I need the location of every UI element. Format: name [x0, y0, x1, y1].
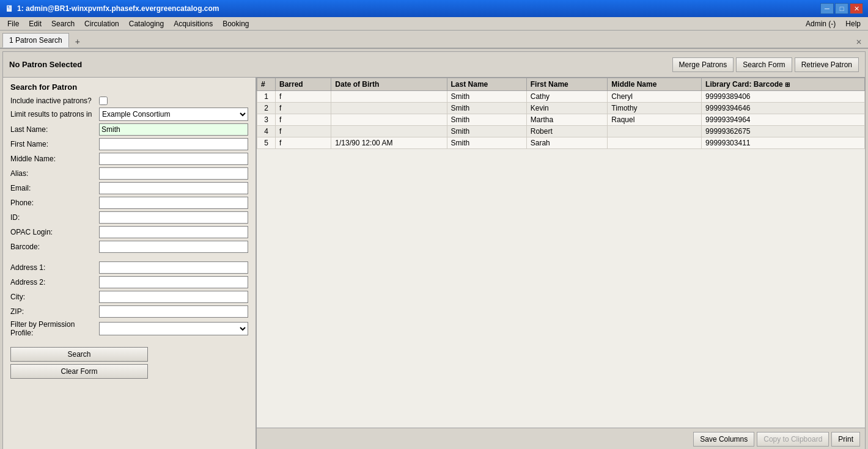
limit-results-dropdown[interactable]: Example Consortium [99, 108, 248, 121]
tab-bar: 1 Patron Search + ✕ [0, 31, 868, 49]
print-button[interactable]: Print [831, 432, 860, 447]
middle-name-input[interactable] [99, 153, 248, 165]
col-barcode-header[interactable]: Library Card: Barcode ⊞ [702, 78, 865, 91]
search-form-button[interactable]: Search Form [736, 57, 792, 72]
cell-firstname: Sarah [526, 137, 608, 149]
clear-form-button[interactable]: Clear Form [10, 364, 148, 379]
copy-clipboard-button[interactable]: Copy to Clipboard [757, 432, 829, 447]
address1-row: Address 1: [10, 261, 248, 274]
cell-barred: f [276, 103, 331, 114]
col-num-header[interactable]: # [257, 78, 276, 91]
cell-dob [331, 103, 447, 114]
menu-cataloging[interactable]: Cataloging [124, 18, 169, 29]
close-button[interactable]: ✕ [850, 3, 863, 14]
alias-input[interactable] [99, 167, 248, 180]
cell-barred: f [276, 91, 331, 103]
menu-search[interactable]: Search [46, 18, 79, 29]
phone-row: Phone: [10, 197, 248, 209]
middle-name-row: Middle Name: [10, 153, 248, 165]
cell-barred: f [276, 137, 331, 149]
table-row[interactable]: 4 f Smith Robert 99999362675 [257, 126, 865, 137]
cell-num: 5 [257, 137, 276, 149]
new-tab-button[interactable]: + [70, 35, 85, 48]
col-lastname-header[interactable]: Last Name [447, 78, 526, 91]
menu-file[interactable]: File [2, 18, 24, 29]
zip-row: ZIP: [10, 305, 248, 318]
close-all-button[interactable]: ✕ [852, 37, 866, 48]
phone-input[interactable] [99, 197, 248, 209]
email-input[interactable] [99, 182, 248, 194]
results-tbody: 1 f Smith Cathy Cheryl 99999389406 2 f S… [257, 91, 865, 149]
city-input[interactable] [99, 291, 248, 303]
id-input[interactable] [99, 211, 248, 224]
permission-profile-row: Filter by Permission Profile: [10, 320, 248, 337]
retrieve-patron-button[interactable]: Retrieve Patron [795, 57, 859, 72]
table-header-row: # Barred Date of Birth Last Name First N… [257, 78, 865, 91]
table-row[interactable]: 1 f Smith Cathy Cheryl 99999389406 [257, 91, 865, 103]
cell-num: 3 [257, 114, 276, 126]
cell-lastname: Smith [447, 126, 526, 137]
body-area: Search for Patron Include inactive patro… [3, 78, 865, 449]
table-row[interactable]: 5 f 1/13/90 12:00 AM Smith Sarah 9999930… [257, 137, 865, 149]
cell-dob [331, 91, 447, 103]
include-inactive-checkbox[interactable] [99, 97, 108, 105]
zip-label: ZIP: [10, 307, 99, 316]
top-bar-buttons: Merge Patrons Search Form Retrieve Patro… [672, 57, 859, 72]
alias-label: Alias: [10, 169, 99, 178]
last-name-input[interactable] [99, 123, 248, 136]
cell-firstname: Cathy [526, 91, 608, 103]
zip-input[interactable] [99, 305, 248, 318]
tab-patron-search[interactable]: 1 Patron Search [2, 33, 69, 48]
city-label: City: [10, 293, 99, 301]
barcode-label: Barcode: [10, 243, 99, 251]
address2-input[interactable] [99, 276, 248, 288]
cell-barcode: 99999389406 [702, 91, 865, 103]
opac-login-row: OPAC Login: [10, 226, 248, 238]
save-columns-button[interactable]: Save Columns [693, 432, 754, 447]
col-resize-icon: ⊞ [785, 81, 790, 88]
search-panel: Search for Patron Include inactive patro… [3, 78, 257, 449]
cell-lastname: Smith [447, 91, 526, 103]
minimize-button[interactable]: ─ [820, 3, 834, 14]
table-row[interactable]: 3 f Smith Martha Raquel 99999394964 [257, 114, 865, 126]
cell-firstname: Kevin [526, 103, 608, 114]
address2-row: Address 2: [10, 276, 248, 288]
cell-middlename [608, 126, 702, 137]
middle-name-label: Middle Name: [10, 155, 99, 163]
barcode-input[interactable] [99, 241, 248, 253]
col-barred-header[interactable]: Barred [276, 78, 331, 91]
menu-help[interactable]: Help [840, 18, 866, 29]
opac-login-input[interactable] [99, 226, 248, 238]
alias-row: Alias: [10, 167, 248, 180]
cell-barcode: 99999362675 [702, 126, 865, 137]
menu-circulation[interactable]: Circulation [79, 18, 124, 29]
table-row[interactable]: 2 f Smith Kevin Timothy 99999394646 [257, 103, 865, 114]
col-firstname-header[interactable]: First Name [526, 78, 608, 91]
merge-patrons-button[interactable]: Merge Patrons [672, 57, 734, 72]
title-bar-controls: ─ □ ✕ [820, 3, 863, 14]
last-name-row: Last Name: [10, 123, 248, 136]
results-table-container[interactable]: # Barred Date of Birth Last Name First N… [257, 78, 865, 428]
address2-label: Address 2: [10, 278, 99, 287]
cell-dob: 1/13/90 12:00 AM [331, 137, 447, 149]
limit-results-label: Limit results to patrons in [10, 110, 99, 119]
phone-label: Phone: [10, 199, 99, 207]
menu-admin[interactable]: Admin (-) [801, 18, 840, 29]
search-button[interactable]: Search [10, 347, 148, 362]
first-name-input[interactable] [99, 138, 248, 150]
menu-edit[interactable]: Edit [24, 18, 46, 29]
col-middlename-header[interactable]: Middle Name [608, 78, 702, 91]
col-dob-header[interactable]: Date of Birth [331, 78, 447, 91]
title-bar-left: 🖥 1: admin@BR1-winxpvmfx.phasefx.evergre… [5, 4, 219, 13]
cell-barcode: 99999394964 [702, 114, 865, 126]
cell-dob [331, 114, 447, 126]
main-content: No Patron Selected Merge Patrons Search … [2, 51, 866, 449]
menu-acquisitions[interactable]: Acquisitions [169, 18, 218, 29]
maximize-button[interactable]: □ [835, 3, 848, 14]
menu-bar: File Edit Search Circulation Cataloging … [0, 17, 868, 31]
opac-login-label: OPAC Login: [10, 228, 99, 236]
permission-profile-dropdown[interactable] [99, 322, 248, 335]
cell-middlename: Timothy [608, 103, 702, 114]
address1-input[interactable] [99, 261, 248, 274]
menu-booking[interactable]: Booking [218, 18, 254, 29]
